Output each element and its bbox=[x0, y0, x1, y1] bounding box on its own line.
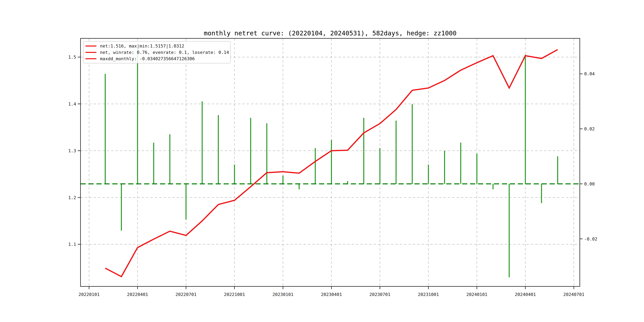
right-axis-tick-labels: -0.020.000.020.04 bbox=[584, 71, 597, 241]
svg-text:20230401: 20230401 bbox=[321, 292, 342, 297]
legend-label: maxdd_monthly: -0.034027356647126306 bbox=[100, 56, 195, 61]
svg-text:1.5: 1.5 bbox=[68, 55, 76, 60]
svg-text:0.00: 0.00 bbox=[584, 182, 595, 186]
svg-text:20220101: 20220101 bbox=[78, 292, 100, 297]
net-line-swatch bbox=[86, 52, 96, 53]
svg-text:1.4: 1.4 bbox=[68, 102, 76, 106]
svg-text:20220401: 20220401 bbox=[127, 292, 148, 297]
svg-text:20240101: 20240101 bbox=[466, 292, 487, 297]
net-line-swatch bbox=[86, 58, 96, 59]
svg-text:20240701: 20240701 bbox=[563, 292, 584, 297]
figure-canvas: monthly netret curve: (20220104, 2024053… bbox=[0, 0, 644, 322]
left-axis-tick-labels: 1.11.21.31.41.5 bbox=[68, 55, 76, 247]
legend-item-net: net:1.516, max|min:1.5157|1.0312 bbox=[84, 43, 230, 49]
legend-label: net, winrate: 0.76, evenrate: 0.1, loser… bbox=[100, 50, 229, 55]
svg-text:20240401: 20240401 bbox=[515, 292, 536, 297]
svg-text:1.3: 1.3 bbox=[68, 148, 76, 153]
svg-text:-0.02: -0.02 bbox=[584, 236, 597, 242]
legend-label: net:1.516, max|min:1.5157|1.0312 bbox=[100, 44, 184, 48]
svg-text:1.2: 1.2 bbox=[68, 195, 76, 200]
svg-text:20231001: 20231001 bbox=[418, 292, 439, 297]
legend-box: net:1.516, max|min:1.5157|1.0312 net, wi… bbox=[83, 41, 230, 64]
svg-text:20230701: 20230701 bbox=[369, 292, 390, 297]
svg-text:0.04: 0.04 bbox=[584, 71, 595, 76]
legend-item-winrate: net, winrate: 0.76, evenrate: 0.1, loser… bbox=[84, 49, 230, 56]
svg-text:0.02: 0.02 bbox=[584, 126, 595, 132]
svg-text:1.1: 1.1 bbox=[68, 242, 76, 247]
svg-text:20220701: 20220701 bbox=[176, 292, 196, 297]
x-axis-tick-labels: 2022010120220401202207012022100120230101… bbox=[78, 292, 584, 297]
legend-item-maxdd: maxdd_monthly: -0.034027356647126306 bbox=[84, 56, 230, 62]
svg-text:20221001: 20221001 bbox=[224, 292, 245, 297]
svg-text:20230101: 20230101 bbox=[272, 292, 294, 297]
net-line-swatch bbox=[86, 46, 96, 46]
axes-spines bbox=[80, 38, 580, 286]
gridlines bbox=[80, 38, 580, 286]
